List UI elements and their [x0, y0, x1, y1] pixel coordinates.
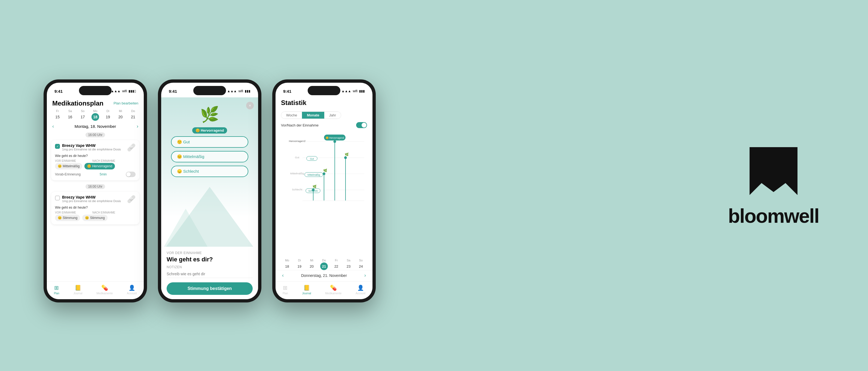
phone1-content: Medikationsplan Plan bearbeiten Fr 15 Sa…: [47, 97, 144, 281]
svg-text:🌿: 🌿: [313, 185, 317, 189]
chart-day-so[interactable]: So 24: [357, 259, 365, 270]
mood-option-mittel[interactable]: 😐 Mittelmäßig: [171, 151, 249, 162]
med-name-2: Breezy Vape WHW: [62, 195, 125, 199]
journal-icon-1: 📒: [74, 284, 82, 291]
bottom-nav-3: ⊞ Plan 📒 Journal 💊 Medikamente 👤 Account: [276, 281, 372, 299]
modal-close-btn[interactable]: ×: [246, 102, 254, 109]
modal-notes-label: NOTIZEN: [167, 265, 253, 269]
stat-toggle-row: Vor/Nach der Einnahme: [276, 121, 372, 131]
before-label-2: VOR EINNAHME: [55, 211, 76, 214]
prev-day-btn[interactable]: ‹: [52, 124, 54, 129]
before-mood-btn-1[interactable]: 😐 Mittelmäßig: [55, 163, 82, 169]
chart-day-mi[interactable]: Mi 20: [308, 259, 316, 270]
med-card-2-header: Breezy Vape WHW 1mg pro Einnahme ist die…: [55, 195, 135, 203]
after-label-2: NACH EINNAHME: [92, 211, 115, 214]
svg-point-12: [323, 172, 326, 175]
day-di-num: 19: [104, 113, 112, 121]
chart-day-do[interactable]: Do 21: [320, 259, 328, 270]
chart-mi-label: Mi: [310, 259, 313, 262]
nav-meds-1[interactable]: 💊 Medikamente: [96, 284, 113, 295]
chart-day-mo[interactable]: Mo 18: [283, 259, 291, 270]
nav-account-1[interactable]: 👤 Account: [127, 284, 137, 295]
chart-so-label: So: [359, 259, 363, 262]
day-di[interactable]: Di 19: [104, 109, 112, 121]
close-x-icon: ×: [249, 103, 251, 108]
day-mi-label: Mi: [119, 109, 122, 112]
signal-icon-1: ▲▲▲: [111, 89, 121, 93]
journal-label-1: Journal: [73, 292, 83, 295]
day-fr[interactable]: Fr 15: [54, 109, 61, 121]
modal-sub-label: VOR DER EINNAHME: [167, 251, 253, 255]
chart-day-sa[interactable]: Sa 23: [345, 259, 352, 270]
phone-3: 9:41 ▲▲▲ wifi ▮▮▮ Statistik Woche Monate…: [272, 79, 376, 302]
chart-day-fr[interactable]: Fr 22: [333, 259, 340, 270]
after-mood-btn-2[interactable]: 😐 Stimmung: [82, 214, 107, 221]
day-so[interactable]: So 17: [79, 109, 87, 121]
mood-option-schlecht[interactable]: 😞 Schlecht: [171, 166, 249, 177]
mood-gut-label: 🙂 Gut: [177, 139, 190, 144]
day-do[interactable]: Do 21: [129, 109, 137, 121]
logo-section: bloomwell: [728, 144, 819, 227]
before-mood-text-1: 😐 Mittelmäßig: [58, 164, 80, 168]
wifi-icon-2: wifi: [239, 89, 243, 93]
nav-journal-1[interactable]: 📒 Journal: [73, 284, 83, 295]
date-nav-1: ‹ Montag, 18. November ›: [47, 123, 144, 131]
nav-meds-3[interactable]: 💊 Medikamente: [325, 284, 341, 295]
tab-monate[interactable]: Monate: [302, 112, 324, 119]
day-mo-active[interactable]: Mo 18: [91, 109, 99, 121]
next-date-btn-3[interactable]: ›: [364, 273, 366, 278]
date-nav-bottom-3: ‹ Donnerstag, 21. November ›: [276, 270, 372, 281]
chart-fr-num: 22: [333, 263, 340, 270]
nav-journal-3[interactable]: 📒 Journal: [302, 284, 311, 295]
account-label-1: Account: [127, 292, 137, 295]
chart-day-di[interactable]: Di 19: [296, 259, 303, 270]
mood-question-1: Wie geht es dir heute?: [55, 154, 135, 158]
mood-question-2: Wie geht es dir heute?: [55, 206, 135, 209]
day-sa-label: Sa: [68, 109, 72, 112]
nav-account-3[interactable]: 👤 Account: [355, 284, 365, 295]
journal-label-3: Journal: [302, 292, 311, 295]
med-card-1: ✓ Breezy Vape WHW 1mg pro Einnahme ist d…: [51, 140, 140, 180]
stat-title: Statistik: [281, 99, 367, 107]
phone-2: 9:41 ▲▲▲ wifi ▮▮▮ × 🌿: [158, 79, 261, 302]
stat-toggle[interactable]: [356, 122, 367, 128]
chart-fr-label: Fr: [335, 259, 338, 262]
confirm-mood-btn[interactable]: Stimmung bestätigen: [167, 282, 253, 295]
nav-plan-1[interactable]: ⊞ Plan: [54, 284, 59, 295]
svg-text:😊 Hervorragend: 😊 Hervorragend: [326, 136, 344, 139]
next-day-btn[interactable]: ›: [137, 124, 138, 129]
toggle-knob-1: [126, 172, 131, 176]
med-edit-btn[interactable]: Plan bearbeiten: [114, 101, 138, 105]
med-checkbox-1[interactable]: ✓: [55, 144, 60, 149]
phone-1: 9:41 ▲▲▲ wifi ▮▮▮▯ Medikationsplan Plan …: [43, 79, 147, 302]
chart-sa-label: Sa: [347, 259, 350, 262]
med-dose-1: 1mg pro Einnahme ist die empfohlene Dosi…: [62, 148, 125, 151]
prev-date-btn-3[interactable]: ‹: [282, 273, 284, 278]
phone-3-screen: 9:41 ▲▲▲ wifi ▮▮▮ Statistik Woche Monate…: [276, 83, 372, 299]
day-fr-label: Fr: [56, 109, 59, 112]
mood-option-gut[interactable]: 🙂 Gut: [171, 136, 249, 148]
chart-so-num: 24: [357, 263, 365, 270]
tab-woche[interactable]: Woche: [281, 112, 302, 119]
chart-do-label: Do: [322, 259, 326, 262]
day-sa[interactable]: Sa 16: [66, 109, 74, 121]
chart-di-label: Di: [298, 259, 301, 262]
modal-notes-input[interactable]: [167, 270, 253, 278]
status-time-3: 9:41: [283, 89, 291, 94]
svg-point-15: [334, 140, 336, 143]
med-card-2: Breezy Vape WHW 1mg pro Einnahme ist die…: [51, 192, 140, 225]
day-mi[interactable]: Mi 20: [117, 109, 124, 121]
after-mood-btn-1[interactable]: 😊 Hervorragend: [84, 163, 115, 169]
account-icon-3: 👤: [357, 284, 364, 291]
reminder-toggle-1[interactable]: [126, 172, 135, 177]
nav-plan-3[interactable]: ⊞ Plan: [283, 284, 288, 295]
selected-mood-badge: 😊 Hervorragend: [192, 127, 227, 134]
after-label-1: NACH EINNAHME: [92, 159, 115, 162]
mood-modal-bottom: VOR DER EINNAHME Wie geht es dir? NOTIZE…: [161, 247, 258, 299]
tab-jahr[interactable]: Jahr: [324, 112, 341, 119]
plant-icon-large: 🌿: [200, 105, 219, 124]
before-mood-btn-2[interactable]: 😐 Stimmung: [55, 214, 80, 221]
med-checkbox-2[interactable]: [55, 196, 60, 200]
reminder-time-1: 5min: [100, 172, 107, 176]
svg-text:Mittelmäßig: Mittelmäßig: [308, 173, 320, 176]
